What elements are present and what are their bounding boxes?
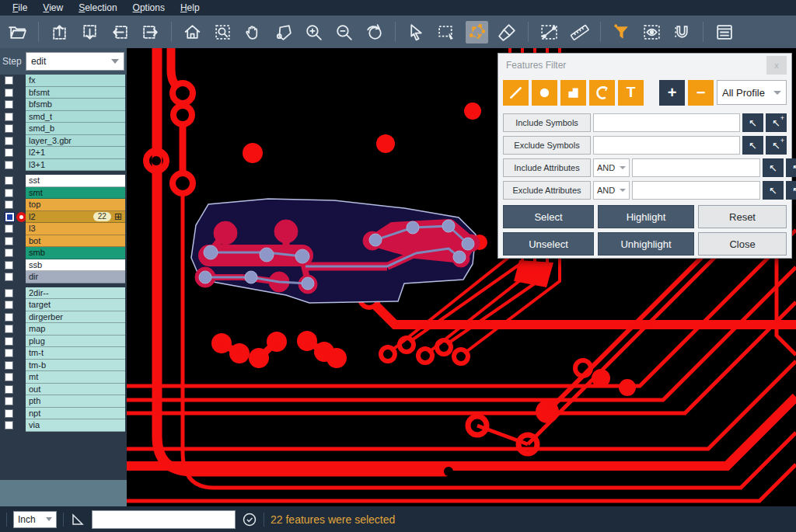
menu-help[interactable]: Help: [173, 0, 208, 16]
refresh-check-icon[interactable]: [242, 512, 257, 527]
select-pointer-icon[interactable]: [405, 21, 428, 43]
include-symbols-button[interactable]: Include Symbols: [503, 113, 591, 132]
layer-checkbox[interactable]: [5, 224, 13, 233]
dialog-titlebar[interactable]: Features Filter x: [503, 54, 787, 77]
pick-add-attribute-button[interactable]: ↖+: [786, 158, 796, 177]
pick-attribute-button[interactable]: ↖: [763, 181, 784, 200]
clear-brush-icon[interactable]: [496, 21, 518, 43]
select-polygon-icon[interactable]: [466, 21, 488, 43]
layer-checkbox[interactable]: [5, 249, 13, 257]
add-filter-button[interactable]: +: [659, 80, 685, 106]
zoom-out-icon[interactable]: [333, 21, 355, 43]
zoom-drag-icon[interactable]: [272, 21, 295, 43]
pan-hand-icon[interactable]: [242, 21, 264, 43]
layer-checkbox[interactable]: [5, 361, 13, 370]
exclude-attributes-op-select[interactable]: AND: [593, 181, 630, 200]
home-icon[interactable]: [181, 21, 204, 43]
layer-row-smd_t[interactable]: smd_t: [0, 111, 127, 123]
layer-checkbox[interactable]: [5, 137, 13, 145]
output-up-icon[interactable]: [48, 21, 71, 43]
layer-row-ssb[interactable]: ssb: [0, 259, 127, 272]
layer-row-dirgerber[interactable]: dirgerber: [0, 311, 127, 324]
layer-row-2dir--[interactable]: 2dir--: [0, 287, 127, 300]
layer-row-mt[interactable]: mt: [0, 371, 127, 384]
output-down-icon[interactable]: [79, 21, 101, 43]
layer-row-bfsmb[interactable]: bfsmb: [0, 99, 127, 111]
include-attributes-op-select[interactable]: AND: [593, 158, 630, 177]
layer-checkbox[interactable]: [5, 148, 13, 157]
measure-line-icon[interactable]: [538, 21, 560, 43]
menu-selection[interactable]: Selection: [71, 0, 124, 16]
angle-corner-icon[interactable]: [70, 512, 86, 527]
exclude-attributes-input[interactable]: [632, 181, 760, 200]
layer-row-target[interactable]: target: [0, 299, 127, 311]
layer-checkbox[interactable]: [5, 200, 13, 209]
units-select[interactable]: Inch: [13, 511, 57, 528]
layer-checkbox[interactable]: [5, 212, 15, 222]
layer-checkbox[interactable]: [5, 89, 13, 97]
layer-checkbox[interactable]: [5, 124, 13, 133]
layer-row-smt[interactable]: smt: [0, 187, 127, 200]
layer-row-plug[interactable]: plug: [0, 336, 127, 348]
menu-file[interactable]: File: [5, 0, 35, 16]
pick-attribute-button[interactable]: ↖: [763, 158, 784, 177]
layer-checkbox[interactable]: [5, 349, 13, 357]
command-input[interactable]: [92, 510, 236, 529]
layer-checkbox[interactable]: [5, 76, 13, 85]
layer-row-npt[interactable]: npt: [0, 408, 127, 420]
layer-row-tm-b[interactable]: tm-b: [0, 360, 127, 372]
profile-select[interactable]: All Profile: [717, 80, 787, 105]
layer-checkbox[interactable]: [5, 373, 13, 381]
pick-symbol-button[interactable]: ↖: [742, 136, 763, 155]
include-attributes-button[interactable]: Include Attributes: [503, 158, 591, 177]
layer-row-bfsmt[interactable]: bfsmt: [0, 87, 127, 99]
layer-row-pth[interactable]: pth: [0, 395, 127, 408]
layer-checkbox[interactable]: [5, 397, 13, 405]
layer-checkbox[interactable]: [5, 385, 13, 394]
layer-checkbox[interactable]: [5, 337, 13, 346]
layer-row-top[interactable]: top: [0, 199, 127, 211]
include-symbols-input[interactable]: [593, 113, 740, 132]
close-icon[interactable]: x: [766, 56, 787, 75]
layer-checkbox[interactable]: [5, 189, 13, 197]
line-feature-button[interactable]: [503, 80, 529, 106]
pick-symbol-button[interactable]: ↖: [742, 113, 763, 132]
layer-checkbox[interactable]: [5, 100, 13, 109]
layer-checkbox[interactable]: [5, 301, 13, 309]
unselect-button[interactable]: Unselect: [503, 232, 594, 256]
arc-feature-button[interactable]: [589, 80, 615, 106]
layer-checkbox[interactable]: [5, 113, 13, 121]
select-rectangle-icon[interactable]: [435, 21, 458, 43]
layer-checkbox[interactable]: [5, 161, 13, 169]
layer-checkbox[interactable]: [5, 409, 13, 418]
zoom-previous-icon[interactable]: [363, 21, 386, 43]
layer-checkbox[interactable]: [5, 261, 13, 269]
output-left-icon[interactable]: [109, 21, 131, 43]
exclude-symbols-button[interactable]: Exclude Symbols: [503, 136, 591, 155]
output-right-icon[interactable]: [139, 21, 162, 43]
menu-options[interactable]: Options: [125, 0, 173, 16]
pick-add-attribute-button[interactable]: ↖+: [786, 181, 796, 200]
features-filter-icon[interactable]: [610, 21, 633, 43]
highlight-button[interactable]: Highlight: [598, 205, 694, 228]
layers-panel-icon[interactable]: [713, 21, 735, 43]
zoom-in-icon[interactable]: [302, 21, 325, 43]
layer-checkbox[interactable]: [5, 421, 13, 429]
layer-row-l2+1[interactable]: l2+1: [0, 147, 127, 159]
layer-row-out[interactable]: out: [0, 384, 127, 396]
layer-row-l3[interactable]: l3: [0, 223, 127, 235]
grid-icon[interactable]: ⊞: [114, 211, 122, 222]
layer-row-smd_b[interactable]: smd_b: [0, 123, 127, 135]
layer-row-smb[interactable]: smb: [0, 247, 127, 259]
layer-row-dir[interactable]: dir: [0, 271, 127, 283]
pick-add-symbol-button[interactable]: ↖+: [766, 136, 787, 155]
ruler-icon[interactable]: [568, 21, 591, 43]
remove-filter-button[interactable]: −: [688, 80, 714, 106]
layer-checkbox[interactable]: [5, 273, 13, 281]
close-button[interactable]: Close: [698, 232, 787, 256]
layer-row-l3+1[interactable]: l3+1: [0, 159, 127, 172]
layer-checkbox[interactable]: [5, 325, 13, 333]
exclude-attributes-button[interactable]: Exclude Attributes: [503, 181, 591, 200]
layer-row-layer_3.gbr[interactable]: layer_3.gbr: [0, 135, 127, 148]
snap-magnet-icon[interactable]: [671, 21, 693, 43]
